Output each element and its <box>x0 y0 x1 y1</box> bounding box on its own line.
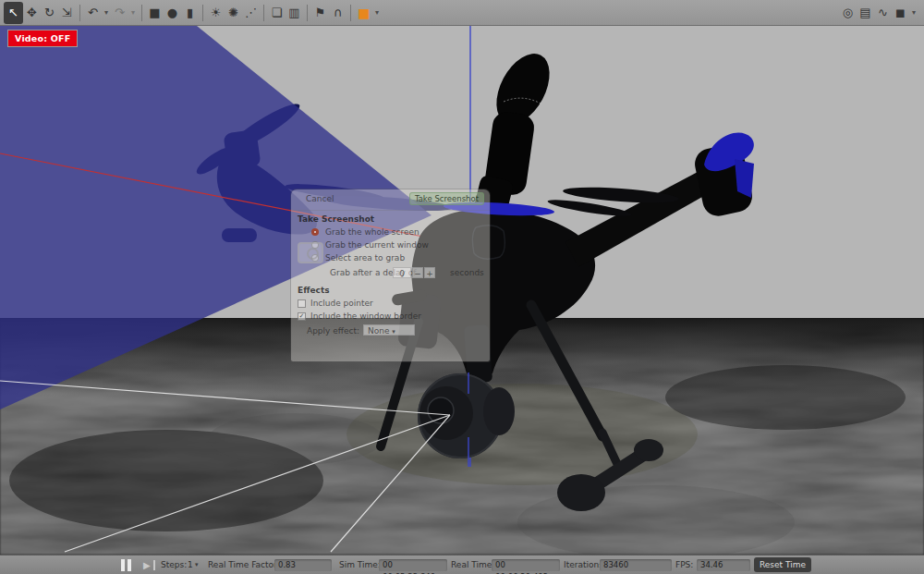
camera-icon <box>298 242 323 263</box>
radio-option-label: Grab the whole screen <box>325 227 419 237</box>
steps-value[interactable]: 1 <box>188 556 193 574</box>
steps-caret-icon[interactable]: ▾ <box>195 556 199 574</box>
radio-icon[interactable] <box>311 228 319 236</box>
simulation-statusbar: ▶ Steps: 1 ▾ Real Time Factor: 0.83 Sim … <box>0 555 924 574</box>
view-angle-caret[interactable]: ▾ <box>372 2 382 24</box>
checkbox-label: Include the window border <box>310 311 421 321</box>
toolbar-separator <box>141 5 142 21</box>
main-toolbar: ↖✥↻⇲↶▾↷▾■●▮☀✺⋰❏▥⚑∩■▾ ◎▤∿◼▾ <box>0 0 924 26</box>
delay-minus-button[interactable]: − <box>412 267 423 278</box>
plot-window-button[interactable]: ∿ <box>874 2 892 24</box>
checkbox-row[interactable]: Include pointer <box>310 299 373 308</box>
checkbox-icon[interactable]: ✓ <box>298 312 306 321</box>
chevron-down-icon: ▾ <box>392 328 395 336</box>
cancel-button[interactable]: Cancel <box>306 194 334 203</box>
iterations-value: 83460 <box>600 559 672 571</box>
fps-value: 34.46 <box>697 559 750 571</box>
real-time-label: Real Time: <box>451 556 494 574</box>
real-time-value: 00 00:06:29.492 <box>492 559 560 571</box>
redo-history-caret: ▾ <box>128 2 138 24</box>
radio-option-label: Select area to grab <box>325 253 405 263</box>
rtf-value: 0.83 <box>274 559 332 571</box>
toolbar-separator <box>202 5 203 21</box>
dialog-header: Cancel Take Screenshot <box>291 189 490 211</box>
insert-sphere-button[interactable]: ● <box>164 2 181 24</box>
radio-option-row[interactable]: Select area to grab <box>325 253 405 263</box>
delay-value-field[interactable]: 0 <box>393 267 411 278</box>
sim-time-label: Sim Time: <box>339 556 381 574</box>
radio-option-label: Grab the current window <box>325 240 429 250</box>
video-record-caret[interactable]: ▾ <box>909 2 918 24</box>
sim-time-value: 00 00:05:33.840 <box>379 559 447 571</box>
checkbox-row[interactable]: ✓Include the window border <box>310 311 421 321</box>
log-record-button[interactable]: ▤ <box>857 2 874 24</box>
take-screenshot-button[interactable]: Take Screenshot <box>409 192 484 205</box>
video-status-badge: Video: OFF <box>7 30 78 47</box>
toolbar-separator <box>79 5 80 21</box>
delay-suffix-label: seconds <box>450 268 484 277</box>
pause-button[interactable] <box>120 559 133 571</box>
scale-tool[interactable]: ⇲ <box>58 2 76 24</box>
screenshot-button[interactable]: ◎ <box>839 2 857 24</box>
step-button[interactable]: ▶ <box>143 559 156 571</box>
checkbox-label: Include pointer <box>310 299 373 308</box>
radio-option-row[interactable]: Grab the whole screen <box>325 227 419 237</box>
screenshot-dialog: Cancel Take Screenshot Take Screenshot G… <box>291 189 490 361</box>
spot-light-button[interactable]: ✺ <box>225 2 242 24</box>
rtf-label: Real Time Factor: <box>208 556 280 574</box>
directional-light-button[interactable]: ⋰ <box>242 2 260 24</box>
radio-option-row[interactable]: Grab the current window <box>325 240 429 250</box>
fps-label: FPS: <box>675 556 693 574</box>
delay-plus-button[interactable]: + <box>424 267 435 278</box>
undo-history-caret[interactable]: ▾ <box>102 2 111 24</box>
apply-effect-dropdown[interactable]: None ▾ <box>363 324 415 336</box>
gazebo-window: Video: OFF Cancel Take Screenshot Take S… <box>0 0 924 574</box>
toolbar-separator <box>307 5 308 21</box>
apply-effect-value: None <box>368 326 389 336</box>
undo-button[interactable]: ↶ <box>84 2 102 24</box>
dialog-section-title: Take Screenshot <box>298 214 374 224</box>
reset-time-button[interactable]: Reset Time <box>754 557 811 572</box>
insert-cylinder-button[interactable]: ▮ <box>181 2 199 24</box>
view-angle-button[interactable]: ■ <box>355 2 372 24</box>
redo-button: ↷ <box>111 2 128 24</box>
apply-effect-label: Apply effect: <box>307 326 359 336</box>
translate-tool[interactable]: ✥ <box>23 2 41 24</box>
effects-title: Effects <box>298 286 330 295</box>
checkbox-icon[interactable] <box>298 299 306 308</box>
snap-button[interactable]: ∩ <box>329 2 346 24</box>
copy-button[interactable]: ❏ <box>268 2 286 24</box>
video-record-button[interactable]: ◼ <box>892 2 909 24</box>
toolbar-separator <box>350 5 351 21</box>
point-light-button[interactable]: ☀ <box>207 2 225 24</box>
insert-box-button[interactable]: ■ <box>146 2 164 24</box>
steps-label: Steps: <box>161 556 187 574</box>
rotate-tool[interactable]: ↻ <box>41 2 58 24</box>
align-button[interactable]: ⚑ <box>311 2 329 24</box>
toolbar-separator <box>263 5 264 21</box>
select-tool[interactable]: ↖ <box>4 2 23 24</box>
paste-button[interactable]: ▥ <box>286 2 303 24</box>
